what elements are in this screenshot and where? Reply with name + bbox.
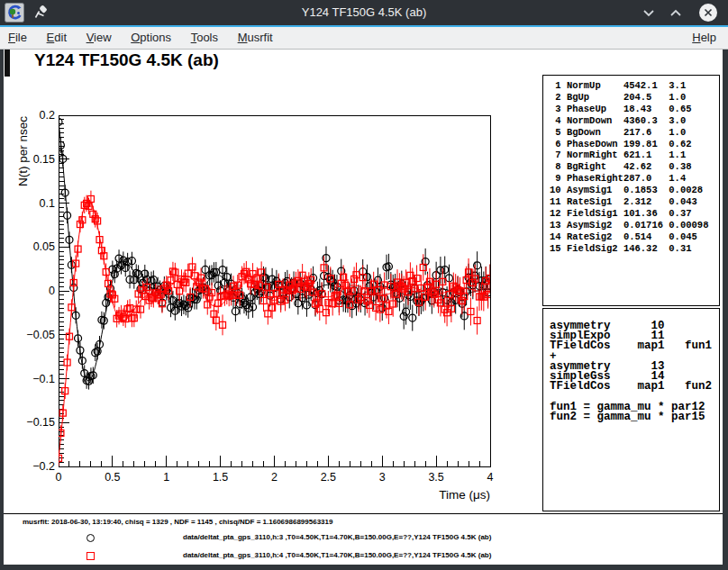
plot-canvas[interactable]: 00.511.522.533.54−0.2−0.15−0.1−0.0500.05… <box>4 50 543 513</box>
svg-text:0.15: 0.15 <box>33 153 55 166</box>
close-icon <box>704 8 713 17</box>
series-histo3 <box>55 114 494 390</box>
svg-text:1: 1 <box>163 471 169 484</box>
theory-line: TFieldCos map1 fun1 <box>550 341 719 351</box>
menu-file[interactable]: File <box>0 27 35 50</box>
svg-text:0: 0 <box>56 471 62 484</box>
error-bars <box>59 114 490 390</box>
parameter-row: 3 PhaseUp 18.43 0.65 <box>550 104 719 115</box>
parameter-row: 15 FieldSig2 146.32 0.31 <box>550 243 719 255</box>
parameter-row: 1 NormUp 4542.1 3.1 <box>550 80 719 92</box>
theory-line: TFieldCos map1 fun2 <box>550 382 719 392</box>
parameter-row: 13 AsymSig2 0.01716 0.00098 <box>550 220 719 231</box>
parameter-row: 8 BgRight 42.62 0.38 <box>550 161 719 173</box>
menu-help[interactable]: Help <box>684 27 724 44</box>
parameter-row: 4 NormDown 4360.3 3.0 <box>550 115 719 127</box>
chevron-up-icon <box>669 9 682 17</box>
svg-text:−0.1: −0.1 <box>32 373 55 385</box>
svg-text:2.5: 2.5 <box>321 471 336 484</box>
theory-box: asymmetry 10simplExpo 11TFieldCos map1 f… <box>542 308 720 511</box>
menu-musrfit[interactable]: Musrfit <box>230 27 281 50</box>
fit-status-line: musrfit: 2018-06-30, 13:19:40, chisq = 1… <box>23 518 332 526</box>
series-histo4 <box>56 191 494 466</box>
titlebar: Y124 TF150G 4.5K (ab) <box>0 0 728 25</box>
error-bars <box>59 191 490 466</box>
svg-text:4: 4 <box>487 471 494 484</box>
svg-text:−0.2: −0.2 <box>32 460 55 473</box>
svg-text:3.5: 3.5 <box>428 471 443 484</box>
svg-text:2: 2 <box>271 471 278 484</box>
theory-line: fun2 = gamma_mu * par15 <box>550 412 719 422</box>
x-axis-title: Time (μs) <box>439 488 490 502</box>
menubar: File Edit View Options Tools Musrfit Hel… <box>0 27 728 50</box>
svg-text:0.1: 0.1 <box>40 197 55 210</box>
fit-line <box>59 200 490 457</box>
info-pad: musrfit: 2018-06-30, 13:19:40, chisq = 1… <box>4 513 723 565</box>
parameter-row: 10 AsymSig1 0.1853 0.0028 <box>550 185 719 196</box>
legend-label: data/deltat_pta_gps_3110,h:3 ,T0=4.50K,T… <box>183 533 491 541</box>
data-points <box>56 195 494 461</box>
parameter-row: 14 RateSig2 0.514 0.045 <box>550 231 719 243</box>
menu-options[interactable]: Options <box>123 27 179 50</box>
parameter-row: 9 PhaseRight287.0 1.4 <box>550 173 719 185</box>
parameter-row: 11 RateSig1 2.312 0.043 <box>550 196 719 208</box>
svg-text:−0.15: −0.15 <box>26 416 55 429</box>
legend-entry: data/deltat_pta_gps_3110,h:4 ,T0=4.50K,T… <box>4 547 723 565</box>
musrfit-window: Y124 TF150G 4.5K (ab) File Edit View Opt… <box>0 0 728 570</box>
minimize-button[interactable] <box>640 4 658 22</box>
svg-text:0.5: 0.5 <box>105 471 120 484</box>
svg-text:0.05: 0.05 <box>33 240 55 253</box>
legend-marker-square <box>86 552 95 560</box>
window-title: Y124 TF150G 4.5K (ab) <box>0 0 728 25</box>
parameter-row: 5 BgDown 217.6 1.0 <box>550 127 719 139</box>
legend-marker-circle <box>86 534 95 542</box>
parameter-row: 6 PhaseDown 199.81 0.62 <box>550 139 719 150</box>
parameter-row: 2 BgUp 204.5 1.0 <box>550 92 719 104</box>
svg-text:−0.05: −0.05 <box>26 329 55 341</box>
y-tick-labels: −0.2−0.15−0.1−0.0500.050.10.150.2 <box>26 109 55 473</box>
maximize-button[interactable] <box>667 4 685 22</box>
svg-text:0: 0 <box>49 285 55 297</box>
x-axis-ticks <box>59 456 490 466</box>
data-points <box>55 118 494 385</box>
close-button[interactable] <box>699 4 717 22</box>
parameter-row: 7 NormRight 621.1 1.1 <box>550 149 719 161</box>
legend-entry: data/deltat_pta_gps_3110,h:3 ,T0=4.50K,T… <box>4 529 723 547</box>
parameter-box: 1 NormUp 4542.1 3.1 2 BgUp 204.5 1.0 3 P… <box>542 75 720 306</box>
plot-svg: 00.511.522.533.54−0.2−0.15−0.1−0.0500.05… <box>4 50 543 513</box>
svg-text:3: 3 <box>379 471 386 484</box>
chevron-down-icon <box>642 9 655 17</box>
parameter-row: 12 FieldSig1 101.36 0.37 <box>550 208 719 220</box>
menu-tools[interactable]: Tools <box>183 27 226 50</box>
svg-text:0.2: 0.2 <box>40 109 55 122</box>
menu-edit[interactable]: Edit <box>39 27 75 50</box>
menu-view[interactable]: View <box>78 27 120 50</box>
x-tick-labels: 00.511.522.533.54 <box>56 471 494 484</box>
root-canvas: Y124 TF150G 4.5K (ab) 00.511.522.533.54−… <box>4 50 723 565</box>
y-axis-title: N(t) per nsec <box>16 116 30 186</box>
legend-label: data/deltat_pta_gps_3110,h:4 ,T0=4.50K,T… <box>183 551 491 559</box>
svg-text:1.5: 1.5 <box>213 471 228 484</box>
